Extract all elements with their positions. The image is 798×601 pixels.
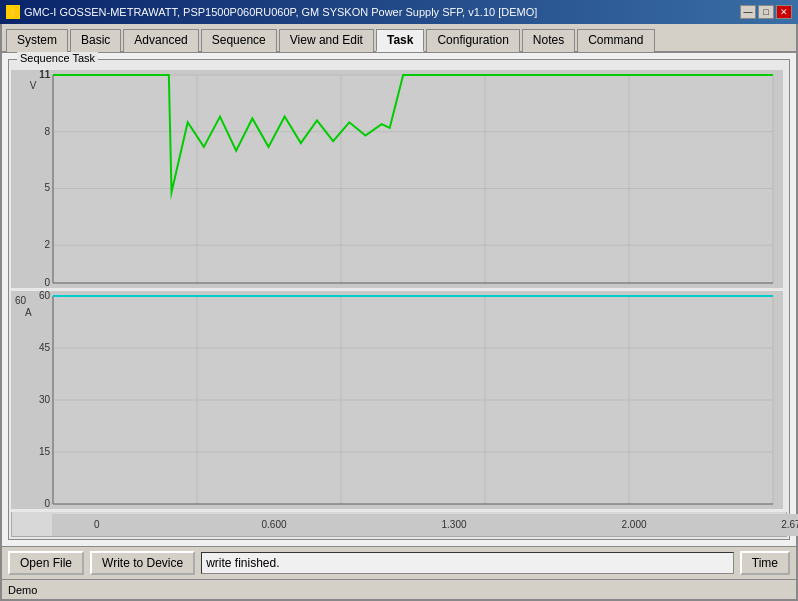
app-icon: ⚡ [6,5,20,19]
tab-system[interactable]: System [6,29,68,52]
open-file-button[interactable]: Open File [8,551,84,575]
status-bar: Demo [2,579,796,599]
main-window: System Basic Advanced Sequence View and … [0,24,798,601]
window-title: GMC-I GOSSEN-METRAWATT, PSP1500P060RU060… [24,6,537,18]
maximize-button[interactable]: □ [758,5,774,19]
tab-view-and-edit[interactable]: View and Edit [279,29,374,52]
bottom-bar: Open File Write to Device write finished… [2,546,796,579]
minimize-button[interactable]: — [740,5,756,19]
sequence-task-group: Sequence Task [8,59,790,540]
x-axis-labels [11,512,787,537]
title-bar-buttons: — □ ✕ [740,5,792,19]
title-bar-left: ⚡ GMC-I GOSSEN-METRAWATT, PSP1500P060RU0… [6,5,537,19]
tab-notes[interactable]: Notes [522,29,575,52]
current-chart-wrapper [11,291,787,512]
content-area: Sequence Task [2,53,796,546]
status-bar-text: Demo [8,584,37,596]
tab-basic[interactable]: Basic [70,29,121,52]
close-button[interactable]: ✕ [776,5,792,19]
x-axis-canvas [52,514,798,536]
tab-configuration[interactable]: Configuration [426,29,519,52]
voltage-chart [11,70,783,288]
charts-container [11,70,787,537]
current-chart [11,291,783,509]
status-text: write finished. [201,552,734,574]
voltage-chart-wrapper [11,70,787,291]
tab-advanced[interactable]: Advanced [123,29,198,52]
time-button[interactable]: Time [740,551,790,575]
tab-sequence[interactable]: Sequence [201,29,277,52]
write-to-device-button[interactable]: Write to Device [90,551,195,575]
title-bar: ⚡ GMC-I GOSSEN-METRAWATT, PSP1500P060RU0… [0,0,798,24]
group-label: Sequence Task [17,52,98,64]
tab-task[interactable]: Task [376,29,424,52]
tab-bar: System Basic Advanced Sequence View and … [2,24,796,53]
tab-command[interactable]: Command [577,29,654,52]
